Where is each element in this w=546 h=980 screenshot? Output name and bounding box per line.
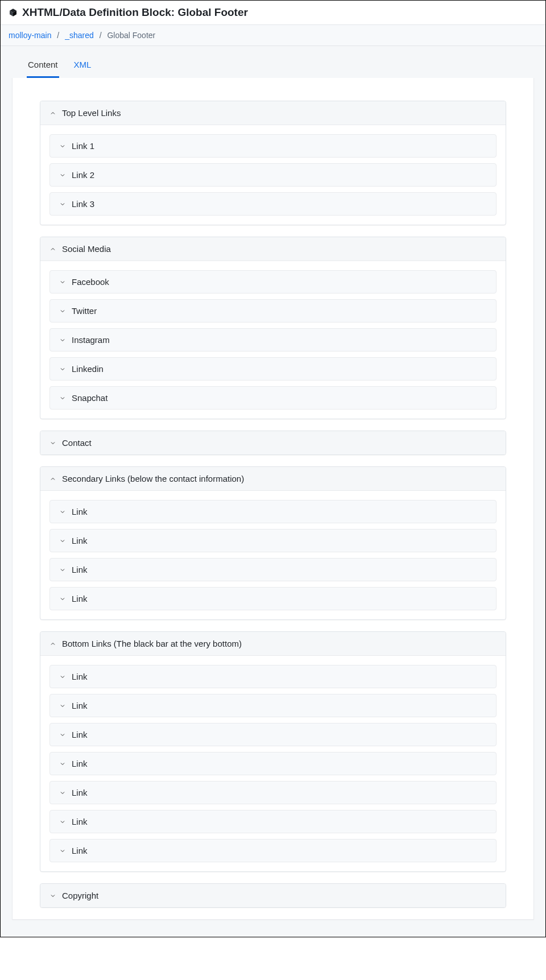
chevron-down-icon (59, 847, 66, 854)
section-contact: Contact (40, 431, 506, 455)
item-label: Link 3 (72, 199, 94, 209)
list-item[interactable]: Twitter (49, 299, 497, 322)
section-header-contact[interactable]: Contact (40, 431, 506, 454)
item-label: Link 2 (72, 170, 94, 180)
list-item[interactable]: Link (49, 839, 497, 862)
section-title: Social Media (62, 244, 111, 254)
section-header-bottom-links[interactable]: Bottom Links (The black bar at the very … (40, 632, 506, 656)
section-social-media: Social Media Facebook Twitter Instagram (40, 237, 506, 419)
section-title: Bottom Links (The black bar at the very … (62, 639, 242, 648)
content-card: Top Level Links Link 1 Link 2 Link 3 (12, 78, 534, 920)
list-item[interactable]: Link (49, 587, 497, 610)
breadcrumb-separator: / (100, 31, 102, 40)
chevron-down-icon (59, 337, 66, 344)
chevron-up-icon (49, 110, 56, 117)
section-copyright: Copyright (40, 883, 506, 908)
item-label: Facebook (72, 277, 109, 287)
item-label: Instagram (72, 335, 110, 345)
content-area: Content XML Top Level Links Link 1 Link … (1, 46, 545, 937)
section-title: Copyright (62, 891, 98, 900)
list-item[interactable]: Link (49, 723, 497, 746)
chevron-down-icon (59, 673, 66, 680)
chevron-up-icon (49, 640, 56, 647)
list-item[interactable]: Link 1 (49, 134, 497, 158)
section-header-top-level-links[interactable]: Top Level Links (40, 101, 506, 125)
chevron-down-icon (59, 366, 66, 373)
chevron-down-icon (59, 508, 66, 515)
chevron-down-icon (59, 308, 66, 315)
section-body: Link Link Link Link Link (40, 656, 506, 871)
breadcrumb-link-root[interactable]: molloy-main (9, 31, 51, 40)
tab-bar: Content XML (12, 46, 534, 78)
chevron-down-icon (59, 201, 66, 208)
list-item[interactable]: Snapchat (49, 386, 497, 410)
section-body: Link Link Link Link (40, 491, 506, 619)
list-item[interactable]: Link (49, 694, 497, 717)
list-item[interactable]: Link (49, 558, 497, 581)
item-label: Snapchat (72, 393, 107, 403)
chevron-down-icon (59, 596, 66, 602)
chevron-down-icon (59, 731, 66, 738)
list-item[interactable]: Link (49, 781, 497, 804)
breadcrumb: molloy-main / _shared / Global Footer (1, 25, 545, 46)
chevron-up-icon (49, 475, 56, 482)
item-label: Twitter (72, 306, 97, 316)
section-title: Top Level Links (62, 108, 121, 118)
chevron-down-icon (49, 440, 56, 446)
tab-content[interactable]: Content (27, 54, 59, 78)
item-label: Link (72, 846, 88, 855)
section-body: Link 1 Link 2 Link 3 (40, 125, 506, 225)
list-item[interactable]: Facebook (49, 270, 497, 293)
item-label: Link (72, 565, 88, 574)
chevron-down-icon (49, 892, 56, 899)
section-header-social-media[interactable]: Social Media (40, 237, 506, 261)
section-title: Secondary Links (below the contact infor… (62, 474, 244, 483)
section-header-copyright[interactable]: Copyright (40, 884, 506, 907)
section-title: Contact (62, 438, 92, 448)
chevron-down-icon (59, 143, 66, 150)
chevron-down-icon (59, 789, 66, 796)
item-label: Link (72, 759, 88, 768)
list-item[interactable]: Link (49, 529, 497, 552)
item-label: Link 1 (72, 141, 94, 151)
list-item[interactable]: Linkedin (49, 357, 497, 381)
section-header-secondary-links[interactable]: Secondary Links (below the contact infor… (40, 467, 506, 491)
breadcrumb-separator: / (57, 31, 59, 40)
item-label: Linkedin (72, 364, 104, 374)
chevron-down-icon (59, 172, 66, 179)
list-item[interactable]: Link (49, 500, 497, 523)
section-secondary-links: Secondary Links (below the contact infor… (40, 466, 506, 620)
item-label: Link (72, 672, 88, 681)
chevron-up-icon (49, 246, 56, 253)
chevron-down-icon (59, 818, 66, 825)
section-bottom-links: Bottom Links (The black bar at the very … (40, 631, 506, 872)
item-label: Link (72, 788, 88, 797)
breadcrumb-current: Global Footer (107, 31, 155, 40)
list-item[interactable]: Link (49, 752, 497, 775)
item-label: Link (72, 730, 88, 739)
chevron-down-icon (59, 279, 66, 286)
breadcrumb-link-shared[interactable]: _shared (65, 31, 94, 40)
list-item[interactable]: Link (49, 665, 497, 688)
block-icon (9, 8, 18, 17)
page-title: XHTML/Data Definition Block: Global Foot… (22, 6, 248, 19)
item-label: Link (72, 536, 88, 545)
item-label: Link (72, 507, 88, 516)
list-item[interactable]: Instagram (49, 328, 497, 352)
chevron-down-icon (59, 537, 66, 544)
list-item[interactable]: Link 2 (49, 163, 497, 187)
list-item[interactable]: Link 3 (49, 192, 497, 216)
chevron-down-icon (59, 567, 66, 573)
chevron-down-icon (59, 760, 66, 767)
tab-xml[interactable]: XML (73, 54, 93, 78)
page-header: XHTML/Data Definition Block: Global Foot… (1, 1, 545, 25)
section-top-level-links: Top Level Links Link 1 Link 2 Link 3 (40, 101, 506, 225)
list-item[interactable]: Link (49, 810, 497, 833)
item-label: Link (72, 594, 88, 603)
chevron-down-icon (59, 702, 66, 709)
section-body: Facebook Twitter Instagram Linkedin Snap… (40, 261, 506, 419)
item-label: Link (72, 817, 88, 826)
chevron-down-icon (59, 395, 66, 402)
item-label: Link (72, 701, 88, 710)
